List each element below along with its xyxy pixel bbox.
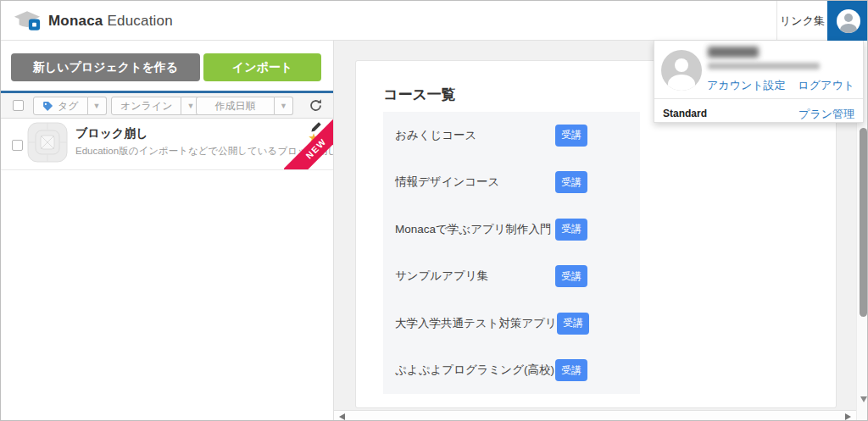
menu-divider [654, 98, 863, 99]
sort-order-button[interactable]: 作成日順 [196, 97, 275, 115]
enroll-button[interactable]: 受講 [555, 171, 587, 193]
course-name: Monacaで学ぶアプリ制作入門 [395, 222, 552, 237]
tag-filter-label: タグ [58, 99, 79, 114]
course-name: 情報デザインコース [395, 174, 499, 190]
course-list: おみくじコース 受講 情報デザインコース 受講 Monacaで学ぶアプリ制作入門… [383, 112, 640, 394]
select-all-checkbox[interactable] [13, 100, 24, 111]
scroll-left-arrow-icon[interactable] [339, 413, 345, 420]
course-name: 大学入学共通テスト対策アプリ [395, 316, 557, 331]
brand-title: Monaca Education [48, 13, 173, 30]
user-icon [837, 9, 860, 33]
course-row: サンプルアプリ集 受講 [383, 253, 640, 301]
brand-logo: Monaca Education [13, 1, 173, 41]
refresh-icon [309, 98, 323, 113]
plan-name-label: Standard [663, 108, 707, 119]
online-filter-label: オンライン [120, 99, 172, 114]
course-name: おみくじコース [395, 128, 476, 143]
course-name: ぷよぷよプログラミング(高校) [395, 363, 554, 378]
project-checkbox[interactable] [12, 140, 23, 151]
tag-filter-group: タグ ▼ [33, 97, 107, 115]
account-menu: アカウント設定 ログアウト Standard プラン管理 [654, 41, 864, 123]
online-filter-group: オンライン ▼ [111, 97, 200, 115]
course-row: おみくじコース 受講 [383, 112, 640, 159]
online-filter-button[interactable]: オンライン [111, 97, 181, 115]
course-row: 大学入学共通テスト対策アプリ 受講 [383, 300, 640, 347]
import-button[interactable]: インポート [203, 53, 321, 81]
sort-order-group: 作成日順 ▼ [196, 97, 293, 115]
scroll-down-arrow-icon[interactable] [860, 396, 867, 402]
enroll-button[interactable]: 受講 [555, 219, 587, 241]
links-button[interactable]: リンク集 [776, 1, 827, 41]
tag-filter-button[interactable]: タグ [33, 97, 88, 115]
caret-down-icon: ▼ [93, 102, 101, 110]
course-name: サンプルアプリ集 [395, 269, 488, 284]
enroll-button[interactable]: 受講 [555, 359, 587, 381]
project-toolbar: タグ ▼ オンライン ▼ 作成日順 ▼ [1, 91, 333, 119]
scroll-right-arrow-icon[interactable] [845, 413, 851, 420]
monaca-education-app: Monaca Education リンク集 新しいプロジェクトを作る インポート [0, 0, 868, 421]
course-row: 情報デザインコース 受講 [383, 159, 640, 207]
account-settings-link[interactable]: アカウント設定 [707, 78, 786, 93]
course-list-title: コース一覧 [383, 85, 456, 104]
caret-down-icon: ▼ [280, 102, 287, 110]
user-avatar-button[interactable] [827, 1, 868, 41]
logout-link[interactable]: ログアウト [798, 78, 854, 93]
sort-order-caret[interactable]: ▼ [275, 97, 293, 115]
account-avatar-icon [661, 50, 702, 91]
brand-title-secondary: Education [107, 13, 172, 29]
vertical-scrollbar-thumb[interactable] [860, 128, 867, 317]
refresh-button[interactable] [308, 98, 323, 114]
user-email-redacted [708, 63, 820, 69]
favorite-star-icon[interactable]: ★ [309, 132, 320, 145]
tag-icon [42, 101, 53, 112]
tag-filter-caret[interactable]: ▼ [88, 97, 107, 115]
header: Monaca Education リンク集 [1, 1, 868, 41]
project-description: Education版のインポートなどで公開しているブロック崩しです。 [75, 145, 287, 158]
brand-title-primary: Monaca [48, 13, 103, 29]
project-list-item[interactable]: ブロック崩し Education版のインポートなどで公開しているブロック崩しです… [1, 119, 333, 170]
project-app-icon [27, 122, 68, 163]
project-title: ブロック崩し [75, 126, 148, 141]
project-list-panel: 新しいプロジェクトを作る インポート タグ ▼ オンライン [1, 41, 333, 421]
horizontal-scrollbar[interactable] [334, 410, 856, 421]
enroll-button[interactable]: 受講 [555, 265, 587, 287]
sort-order-label: 作成日順 [215, 99, 256, 114]
course-row: ぷよぷよプログラミング(高校) 受講 [383, 347, 640, 395]
plan-manage-link[interactable]: プラン管理 [798, 107, 854, 122]
enroll-button[interactable]: 受講 [555, 125, 587, 147]
user-name-redacted [708, 47, 759, 58]
new-project-button[interactable]: 新しいプロジェクトを作る [11, 53, 200, 81]
enroll-button[interactable]: 受講 [557, 313, 589, 335]
course-row: Monacaで学ぶアプリ制作入門 受講 [383, 206, 640, 253]
caret-down-icon: ▼ [186, 102, 194, 110]
graduation-cap-icon [13, 9, 42, 32]
